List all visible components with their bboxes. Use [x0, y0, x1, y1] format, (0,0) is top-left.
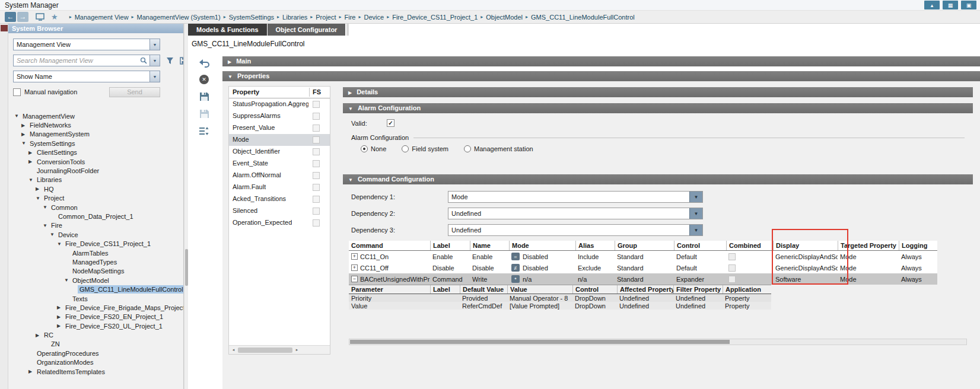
fs-checkbox[interactable]	[313, 184, 320, 191]
tree-item[interactable]: AlarmTables	[13, 248, 179, 257]
tree-expander-icon[interactable]: ▶	[57, 323, 63, 329]
sort-icon[interactable]	[198, 125, 211, 137]
tree-expander-icon[interactable]: ▼	[50, 232, 56, 237]
tree-item[interactable]: ▼Fire	[13, 221, 179, 230]
tree-expander-icon[interactable]: ▼	[43, 223, 49, 228]
tree-expander-icon[interactable]: ▶	[36, 186, 42, 192]
show-in-window-icon[interactable]	[36, 13, 45, 21]
tree-item[interactable]: JournalingRootFolder	[13, 166, 179, 175]
tree-item[interactable]: OrganizationModes	[13, 358, 179, 367]
tile-windows-icon[interactable]: ▣	[961, 1, 976, 9]
search-dropdown-arrow-icon[interactable]: ▼	[149, 55, 160, 66]
fs-checkbox[interactable]	[313, 219, 320, 227]
tree-item[interactable]: ▶Fire_Device_FS20_EN_Project_1	[13, 313, 179, 321]
tree-expander-icon[interactable]: ▼	[36, 196, 42, 201]
tree-item[interactable]: GMS_CC11_LineModuleFullControl	[13, 285, 179, 294]
radio-option-management-station[interactable]: Management station	[464, 145, 533, 152]
fs-checkbox[interactable]	[313, 113, 320, 120]
scrollbar-thumb[interactable]	[350, 340, 730, 344]
tree-item[interactable]: ▶FieldNetworks	[13, 120, 179, 129]
breadcrumb-item[interactable]: ManagementView (System1)	[137, 14, 221, 21]
scroll-right-icon[interactable]: ▸	[292, 346, 301, 354]
dependency-3-dropdown[interactable]: Undefined▼	[448, 224, 703, 236]
collapse-window-icon[interactable]: ▴	[924, 1, 940, 9]
tree-expander-icon[interactable]: ▶	[28, 159, 35, 164]
tree-item[interactable]: ▶Fire_Device_Fire_Brigade_Maps_Project_1	[13, 303, 179, 312]
command-row[interactable]: +CC11_OnEnableEnable=DisabledIncludeStan…	[349, 251, 937, 262]
breadcrumb-item[interactable]: ObjectModel	[486, 14, 523, 21]
dropdown-arrow-icon[interactable]: ▼	[149, 39, 160, 50]
tree-item[interactable]: ▶ClientSettings	[13, 148, 179, 157]
search-icon[interactable]	[140, 57, 147, 65]
property-row[interactable]: Alarm.Fault	[229, 181, 330, 193]
dependency-2-dropdown[interactable]: Undefined▼	[448, 208, 703, 219]
tree-expander-icon[interactable]: ▼	[14, 113, 21, 119]
tree-item[interactable]: ▼Common	[13, 203, 179, 212]
tree-item[interactable]: ▼Libraries	[13, 176, 179, 184]
tree-expander-icon[interactable]: ▶	[57, 314, 63, 320]
command-row[interactable]: +CC11_OffDisableDisable≠DisabledExcludeS…	[349, 262, 937, 273]
combined-checkbox[interactable]	[728, 253, 736, 260]
dock-indicator-icon[interactable]	[1, 25, 8, 31]
radio-option-none[interactable]: None	[361, 145, 386, 152]
back-button[interactable]: ←	[5, 12, 16, 22]
tree-item[interactable]: Common_Data_Project_1	[13, 212, 179, 221]
properties-horizontal-scrollbar[interactable]: ◂ ▸	[229, 345, 330, 354]
dropdown-arrow-icon[interactable]: ▼	[689, 208, 702, 219]
row-expand-toggle-icon[interactable]: +	[351, 253, 358, 260]
tree-expander-icon[interactable]: ▶	[21, 123, 28, 128]
fs-checkbox[interactable]	[313, 101, 320, 108]
breadcrumb-item[interactable]: Fire_Device_CS11_Project_1	[392, 14, 478, 21]
dropdown-arrow-icon[interactable]: ▼	[689, 225, 702, 235]
tree-item[interactable]: ▼ManagementView	[13, 111, 179, 120]
tab-models-functions[interactable]: Models & Functions	[188, 24, 267, 36]
scroll-left-icon[interactable]: ◂	[229, 346, 238, 354]
breadcrumb-item[interactable]: GMS_CC11_LineModuleFullControl	[531, 14, 635, 21]
fs-checkbox[interactable]	[313, 196, 320, 203]
property-row[interactable]: Object_Identifier	[229, 146, 330, 158]
tree-item[interactable]: ▶ConversionTools	[13, 157, 179, 166]
breadcrumb-item[interactable]: SystemSettings	[229, 14, 274, 21]
section-alarm-configuration[interactable]: ▼Alarm Configuration	[343, 103, 973, 113]
revert-icon[interactable]	[198, 56, 211, 68]
fs-checkbox[interactable]	[313, 136, 320, 144]
tree-expander-icon[interactable]: ▼	[43, 205, 49, 210]
section-command-configuration[interactable]: ▼Command Configuration	[343, 174, 973, 184]
filter-funnel-icon[interactable]	[166, 57, 174, 65]
radio-option-field-system[interactable]: Field system	[402, 145, 448, 152]
tree-item[interactable]: ▶Fire_Device_FS20_UL_Project_1	[13, 321, 179, 330]
property-row[interactable]: StatusPropagation.Aggregat	[229, 98, 330, 110]
delete-icon[interactable]: ✕	[198, 74, 211, 85]
tree-expander-icon[interactable]: ▶	[28, 150, 35, 155]
tree-item[interactable]: ▼SystemSettings	[13, 139, 179, 148]
property-row[interactable]: Alarm.OffNormal	[229, 170, 330, 181]
row-expand-toggle-icon[interactable]: +	[351, 264, 358, 271]
tree-expander-icon[interactable]: ▶	[28, 369, 35, 374]
detail-horizontal-scrollbar[interactable]	[349, 339, 967, 345]
breadcrumb-item[interactable]: Fire	[345, 14, 356, 21]
dependency-1-dropdown[interactable]: Mode▼	[448, 191, 703, 203]
fs-checkbox[interactable]	[313, 125, 320, 132]
section-main[interactable]: ▶Main	[222, 56, 980, 66]
property-row[interactable]: Mode	[229, 134, 330, 146]
tree-item[interactable]: OperatingProcedures	[13, 349, 179, 358]
parameter-row[interactable]: ValueReferCmdDef[Value Prompted]DropDown…	[349, 302, 771, 310]
fs-checkbox[interactable]	[313, 160, 320, 167]
tree-expander-icon[interactable]: ▶	[21, 132, 28, 137]
section-details[interactable]: ▶Details	[343, 87, 973, 97]
dropdown-arrow-icon[interactable]: ▼	[689, 192, 702, 202]
combined-checkbox[interactable]	[728, 264, 736, 272]
valid-checkbox[interactable]: ✓	[387, 119, 394, 127]
favorite-star-icon[interactable]: ★	[51, 12, 58, 23]
layout-icon[interactable]: ▦	[943, 1, 958, 9]
save-filter-icon[interactable]	[180, 57, 184, 65]
breadcrumb-item[interactable]: Libraries	[282, 14, 307, 21]
tree-item[interactable]: ▼Fire_Device_CS11_Project_1	[13, 239, 179, 248]
property-row[interactable]: Acked_Transitions	[229, 193, 330, 205]
display-mode-dropdown[interactable]: Show Name ▼	[13, 71, 160, 82]
save-as-icon[interactable]	[198, 108, 211, 120]
tree-expander-icon[interactable]: ▼	[21, 141, 28, 146]
tree-item[interactable]: ▶RelatedItemsTemplates	[13, 367, 179, 376]
property-row[interactable]: Silenced	[229, 205, 330, 217]
property-row[interactable]: Event_State	[229, 158, 330, 170]
